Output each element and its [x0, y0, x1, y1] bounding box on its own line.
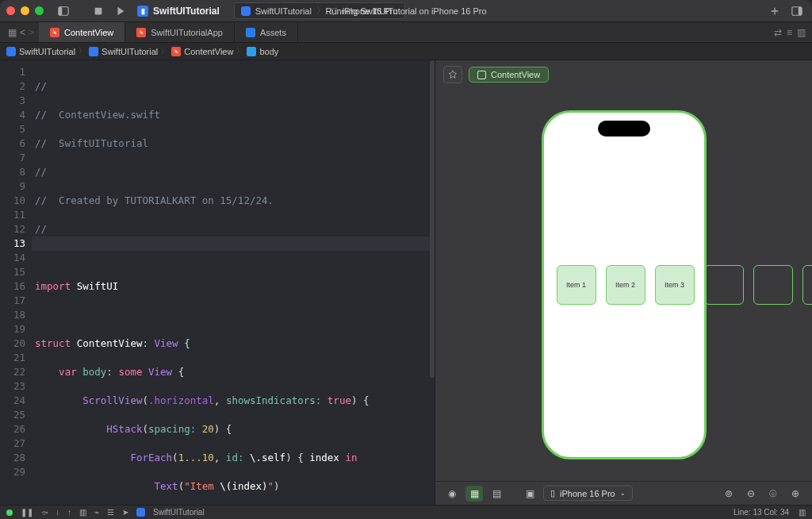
chevron-icon: 〉	[161, 46, 168, 56]
tab-swiftuitutorialapp[interactable]: SwiftUITutorialApp	[125, 22, 235, 42]
scheme-name: SwiftUITutorial	[255, 6, 312, 16]
preview-device-label: iPhone 16 Pro	[560, 489, 615, 498]
code-area[interactable]: // // ContentView.swift // SwiftUITutori…	[32, 60, 435, 505]
editor-tabbar: ▦ < > ContentView SwiftUITutorialApp Ass…	[0, 22, 812, 43]
debug-hierarchy-icon[interactable]: ☰	[107, 508, 114, 517]
swift-file-icon	[136, 28, 146, 37]
nav-forward-button[interactable]: >	[29, 27, 34, 38]
zoom-actual-button[interactable]: ⦾	[764, 486, 782, 502]
breadcrumb-file[interactable]: ContentView	[184, 47, 233, 56]
activity-status: Running SwiftUITutorial on iPhone 16 Pro	[325, 6, 486, 16]
nav-back-button[interactable]: <	[20, 27, 25, 38]
svg-rect-1	[59, 6, 62, 15]
canvas-toolbar: ◉ ▦ ▤ ▣ ▯ iPhone 16 Pro ⌄ ⊚ ⊖ ⦾ ⊕	[435, 481, 812, 505]
add-tab-button[interactable]	[766, 3, 783, 19]
scheme-separator: 〉	[316, 5, 325, 17]
device-settings-button[interactable]: ▣	[521, 486, 538, 502]
chevron-icon: 〉	[79, 46, 86, 56]
run-button[interactable]	[112, 3, 129, 19]
tab-contentview[interactable]: ContentView	[39, 22, 125, 42]
preview-chip-label: ContentView	[491, 70, 540, 79]
toggle-inspector-button[interactable]	[788, 3, 806, 19]
simulator-device-frame: Item 1 Item 2 Item 3	[542, 110, 707, 459]
toggle-debug-area-icon[interactable]: ▥	[799, 508, 806, 517]
assets-icon	[246, 28, 255, 37]
target-app-icon	[136, 508, 145, 517]
preview-item: Item 1	[557, 265, 596, 305]
swift-file-icon	[171, 47, 181, 56]
selectable-preview-button[interactable]: ▦	[465, 486, 483, 502]
preview-item: Item 2	[606, 265, 645, 305]
preview-item: Item 3	[655, 265, 695, 305]
preview-selector-chip[interactable]: ContentView	[469, 67, 549, 83]
breadcrumb-project[interactable]: SwiftUITutorial	[19, 47, 75, 56]
app-icon: ▮	[137, 6, 148, 17]
svg-rect-4	[799, 6, 802, 15]
window-titlebar: ▮ SwiftUITutorial SwiftUITutorial 〉 ▢ iP…	[0, 0, 812, 22]
tab-label: Assets	[260, 28, 286, 37]
zoom-window-button[interactable]	[35, 6, 44, 15]
status-bar: ❚❚ ⤼ ↓ ↑ ▥ ⌁ ☰ ➤ SwiftUITutorial Line: 1…	[0, 505, 812, 519]
pause-icon[interactable]: ❚❚	[21, 508, 33, 517]
variants-button[interactable]: ▤	[488, 486, 505, 502]
debug-view-icon[interactable]: ▥	[79, 508, 86, 517]
canvas-toggle-icon[interactable]: ▥	[797, 27, 806, 38]
line-gutter: 1234567891011121314151617181920212223242…	[0, 60, 32, 505]
preview-cube-icon	[477, 71, 486, 79]
tab-label: ContentView	[64, 28, 113, 37]
project-icon	[6, 47, 16, 56]
adjust-editor-icon[interactable]: ≡	[787, 27, 792, 38]
tab-assets[interactable]: Assets	[235, 22, 298, 42]
build-status-indicator	[6, 509, 13, 516]
step-into-icon[interactable]: ↓	[56, 508, 59, 517]
breadcrumb-symbol[interactable]: body	[259, 47, 278, 56]
project-name-label: SwiftUITutorial	[153, 6, 220, 17]
zoom-fit-button[interactable]: ⊚	[720, 486, 737, 502]
preview-item	[753, 265, 793, 305]
tab-label: SwiftUITutorialApp	[151, 28, 223, 37]
debug-location-icon[interactable]: ➤	[122, 508, 128, 517]
preview-device-selector[interactable]: ▯ iPhone 16 Pro ⌄	[543, 486, 633, 501]
preview-hstack: Item 1 Item 2 Item 3	[557, 265, 813, 305]
zoom-out-button[interactable]: ⊖	[742, 486, 760, 502]
live-preview-button[interactable]: ◉	[443, 486, 461, 502]
preview-canvas-pane: ContentView Item 1 Item 2 Item 3 ◉ ▦ ▤	[435, 60, 812, 505]
jump-bar[interactable]: SwiftUITutorial 〉 SwiftUITutorial 〉 Cont…	[0, 43, 812, 60]
navigator-grid-icon[interactable]: ▦	[8, 27, 17, 38]
toggle-navigator-button[interactable]	[55, 3, 72, 19]
preview-item	[802, 265, 813, 305]
breadcrumb-folder[interactable]: SwiftUITutorial	[102, 47, 158, 56]
svg-rect-2	[95, 7, 102, 14]
device-notch	[598, 121, 650, 136]
swift-file-icon	[50, 28, 59, 37]
preview-item	[704, 265, 744, 305]
step-over-icon[interactable]: ⤼	[41, 508, 48, 517]
folder-icon	[89, 47, 98, 56]
debug-target-label: SwiftUITutorial	[153, 508, 205, 517]
step-out-icon[interactable]: ↑	[67, 508, 71, 517]
close-window-button[interactable]	[6, 6, 15, 15]
minimize-window-button[interactable]	[21, 6, 29, 15]
project-title: ▮ SwiftUITutorial	[137, 6, 220, 17]
stop-button[interactable]	[90, 3, 107, 19]
cursor-line-label: Line: 13 Col: 34	[733, 508, 789, 517]
source-editor[interactable]: 1234567891011121314151617181920212223242…	[0, 60, 435, 505]
preview-canvas[interactable]: Item 1 Item 2 Item 3	[435, 89, 812, 481]
window-controls	[6, 6, 44, 15]
pin-preview-button[interactable]	[443, 66, 462, 83]
device-outline-icon: ▯	[550, 488, 555, 498]
property-icon	[247, 47, 256, 56]
debug-memory-icon[interactable]: ⌁	[94, 508, 99, 517]
scheme-app-icon	[241, 6, 251, 16]
zoom-in-button[interactable]: ⊕	[787, 486, 804, 502]
chevron-icon: 〉	[236, 46, 243, 56]
chevron-down-icon: ⌄	[620, 490, 626, 497]
review-changes-icon[interactable]: ⇄	[774, 27, 782, 38]
